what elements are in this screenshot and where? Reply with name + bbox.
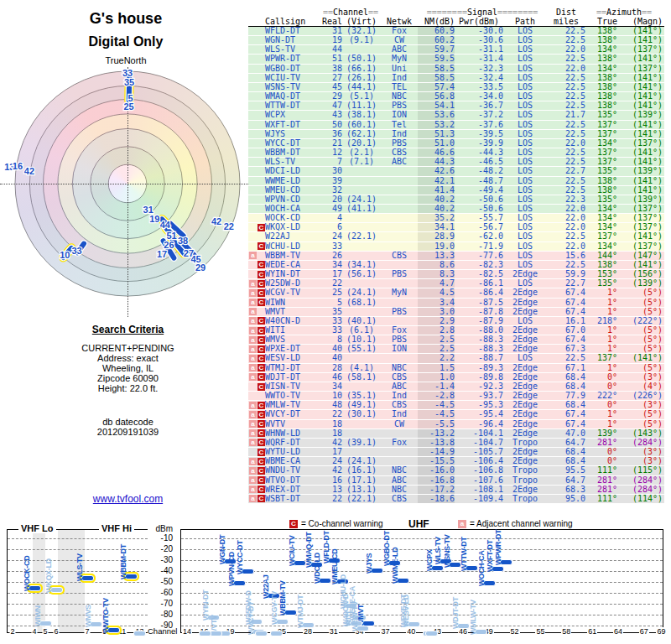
cell-path: LOS	[503, 45, 547, 54]
svg-text:19: 19	[149, 214, 159, 224]
channel-tick-label: 61	[587, 627, 597, 636]
cell-net: PBS	[381, 308, 418, 316]
cell-mg: (5°)	[617, 326, 663, 335]
cell-cs: WVCY-DT	[265, 410, 320, 418]
channel-tick-label: 5	[42, 627, 48, 636]
cell-mi: 22.5	[547, 186, 585, 195]
cell-tr: 1°	[585, 345, 617, 353]
channel-tick-label: 37	[380, 627, 390, 636]
cell-virt: (10.1)	[342, 335, 381, 344]
cell-mi: 22.5	[547, 261, 585, 269]
cell-path: Tropo	[503, 476, 547, 485]
cell-nm: 19.0	[418, 242, 455, 251]
station-label: WMLW-TV	[469, 600, 477, 635]
cell-mi: 64.7	[547, 439, 585, 447]
cell-path: LOS	[503, 27, 547, 35]
cell-mi: 67.4	[547, 410, 585, 418]
cell-tr: 138°	[585, 177, 617, 185]
cell-virt	[342, 382, 381, 391]
cell-net: TEL	[381, 83, 418, 91]
table-column-header-cell: Netwk	[381, 17, 418, 26]
cell-path: LOS	[503, 101, 547, 110]
cell-real: 42	[320, 466, 342, 475]
co-channel-badge-icon: C	[289, 519, 298, 528]
table-row: W22AJ24(22.1)28.9-62.0LOS22.5137°(141°)	[248, 232, 664, 242]
cell-net	[381, 279, 418, 288]
cell-tr: 134°	[585, 223, 617, 231]
cell-pwr: -88.7	[455, 354, 503, 362]
cell-virt: (66.1)	[342, 65, 381, 73]
co-channel-badge-icon: C	[257, 402, 265, 409]
cell-nm: 2.8	[418, 326, 455, 335]
cell-virt: (24.1)	[342, 195, 381, 204]
dbm-tick-label: -80	[161, 610, 173, 619]
cell-net	[381, 354, 418, 362]
cell-real: 17	[320, 448, 342, 456]
cell-virt: (49.1)	[342, 401, 381, 409]
svg-text:33: 33	[71, 246, 81, 256]
table-row: aCWITI33(6.1)Fox2.8-88.02Edge67.01°(5°)	[248, 326, 664, 335]
cell-real: 30	[320, 167, 342, 175]
cell-pwr: -108.1	[455, 486, 503, 494]
cell-nm: -16.0	[418, 466, 455, 475]
cell-net	[381, 195, 418, 204]
adjacent-channel-badge-icon: a	[249, 486, 257, 493]
cell-nm: 4.7	[418, 279, 455, 288]
cell-virt: (50.1)	[342, 55, 381, 63]
warning-badges	[248, 83, 265, 91]
cell-cs: WYTU-LD	[265, 448, 320, 456]
cell-real: 31	[320, 27, 342, 35]
cell-pwr: -55.7	[455, 214, 503, 222]
cell-nm: 58.5	[418, 74, 455, 82]
cell-mg: (5°)	[617, 288, 663, 297]
table-row: CWYTU-LD17-14.9-105.72Edge68.40°(3°)	[248, 448, 664, 457]
station-label: WTMJ-DT	[296, 595, 304, 628]
cell-pwr: -89.3	[455, 364, 503, 372]
table-body: WFLD-DT31(32.1)Fox60.9-30.0LOS22.5138°(1…	[248, 27, 664, 504]
cell-mg: (114°)	[617, 495, 663, 503]
cell-cs: WYIN-DT	[265, 270, 320, 278]
co-channel-badge-icon: C	[257, 495, 265, 502]
cell-net: Ind	[381, 392, 418, 400]
cell-net	[381, 186, 418, 195]
cell-mg: (5°)	[617, 364, 663, 372]
cell-nm: 8.3	[418, 270, 455, 278]
warning-badges	[248, 121, 265, 129]
dbm-tick-label: -60	[161, 588, 173, 597]
cell-net: ABC	[381, 45, 418, 54]
cell-tr: 138°	[585, 186, 617, 195]
table-column-header-cell: miles	[547, 17, 585, 26]
cell-mi: 15.6	[547, 252, 585, 260]
cell-mg: (222°)	[617, 317, 663, 325]
cell-mi: 68.4	[547, 373, 585, 382]
dbm-tick-label: -50	[161, 577, 173, 586]
cell-mi: 22.0	[547, 65, 585, 73]
cell-mg: (141°)	[617, 83, 663, 91]
tvfool-link[interactable]: www.tvfool.com	[93, 493, 163, 505]
table-group-header: ==Channel==========Signal========Dist==A…	[248, 8, 664, 17]
cell-mi: 22.5	[547, 121, 585, 129]
station-label: WCPX	[425, 550, 434, 572]
co-channel-badge-icon: C	[257, 429, 265, 437]
station-label: WIWN	[34, 605, 42, 626]
cell-cs: WFLD-DT	[265, 27, 320, 35]
station-label: WOCK-CD	[23, 556, 31, 591]
cell-mg: (284°)	[617, 439, 663, 447]
cell-cs: WTMJ-DT	[265, 364, 320, 372]
cell-net	[381, 177, 418, 185]
station-label: WBBM-TV	[278, 580, 287, 615]
cell-cs: WLS-TV	[265, 45, 320, 54]
cell-virt	[342, 429, 381, 438]
cell-cs: WQRF-DT	[265, 439, 320, 447]
tvfool-link-wrap: www.tvfool.com	[25, 493, 231, 505]
cell-path: 2Edge	[503, 326, 547, 335]
cell-net: MyN	[381, 288, 418, 297]
cell-tr: 134°	[585, 242, 617, 251]
cell-pwr: -48.2	[455, 167, 503, 175]
cell-mg: (3°)	[617, 448, 663, 456]
adjacent-channel-badge-icon: a	[249, 411, 257, 418]
station-label: WKQX-LD	[44, 558, 53, 593]
cell-real: 28	[320, 364, 342, 372]
cell-net	[381, 223, 418, 231]
svg-text:35: 35	[124, 77, 134, 87]
